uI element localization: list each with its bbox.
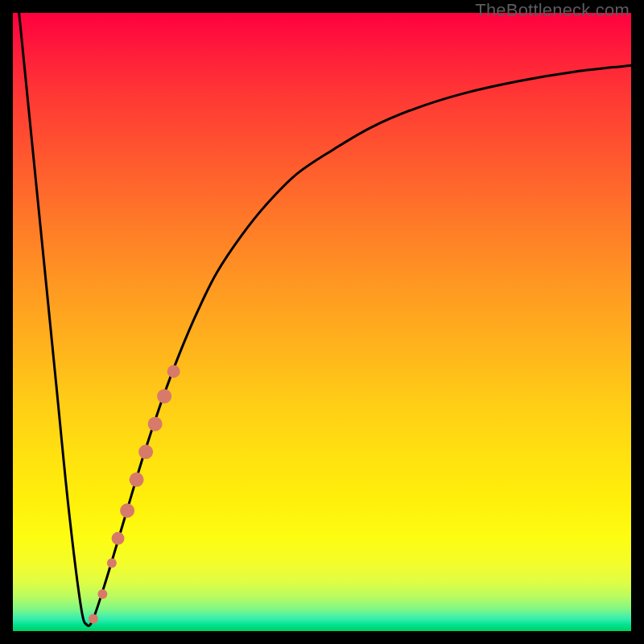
watermark-text: TheBottleneck.com [475,0,630,21]
data-marker [89,614,98,624]
data-marker [138,444,153,459]
data-marker [112,532,125,545]
bottleneck-curve [19,13,631,625]
data-marker [167,365,180,378]
data-marker [130,473,144,487]
data-marker [107,559,117,568]
data-marker [157,389,171,403]
data-marker [120,503,134,518]
curve-overlay [13,13,631,631]
data-marker [148,417,163,431]
chart-canvas: TheBottleneck.com [0,0,644,644]
data-marker [97,589,107,599]
